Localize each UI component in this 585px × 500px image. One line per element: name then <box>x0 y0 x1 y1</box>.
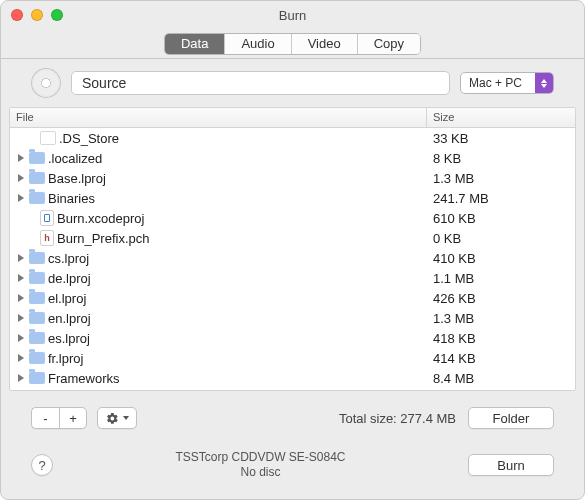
disclosure-triangle-icon[interactable] <box>18 154 24 162</box>
folder-icon <box>29 312 45 324</box>
source-name-input[interactable] <box>71 71 450 95</box>
options-menu-button[interactable] <box>97 407 137 429</box>
disclosure-slot <box>16 194 26 202</box>
folder-icon <box>29 192 45 204</box>
remove-button[interactable]: - <box>31 407 59 429</box>
disclosure-triangle-icon[interactable] <box>18 194 24 202</box>
gear-icon <box>106 412 119 425</box>
table-row[interactable]: .localized8 KB <box>10 148 575 168</box>
disclosure-slot <box>16 354 26 362</box>
burn-footer: ? TSSTcorp CDDVDW SE-S084C No disc Burn <box>31 441 554 489</box>
mode-tabbar: Data Audio Video Copy <box>1 29 584 59</box>
file-size: 414 KB <box>427 351 575 366</box>
file-name: .DS_Store <box>59 131 119 146</box>
table-row[interactable]: hBurn_Prefix.pch0 KB <box>10 228 575 248</box>
table-row[interactable]: fr.lproj414 KB <box>10 348 575 368</box>
folder-button[interactable]: Folder <box>468 407 554 429</box>
table-row[interactable]: de.lproj1.1 MB <box>10 268 575 288</box>
column-file[interactable]: File <box>10 108 427 127</box>
disclosure-slot <box>16 334 26 342</box>
disclosure-slot <box>16 294 26 302</box>
header-file-icon: h <box>40 230 54 246</box>
file-size: 1.1 MB <box>427 271 575 286</box>
tab-video[interactable]: Video <box>292 34 358 54</box>
add-button[interactable]: + <box>59 407 87 429</box>
disclosure-triangle-icon[interactable] <box>18 374 24 382</box>
table-row[interactable]: Burn.xcodeproj610 KB <box>10 208 575 228</box>
source-toolbar: Mac + PC <box>1 59 584 107</box>
compatibility-dropdown[interactable]: Mac + PC <box>460 72 554 94</box>
disclosure-triangle-icon[interactable] <box>18 354 24 362</box>
disclosure-triangle-icon[interactable] <box>18 294 24 302</box>
file-name: Burn_Prefix.pch <box>57 231 150 246</box>
file-size: 8 KB <box>427 151 575 166</box>
folder-icon <box>29 152 45 164</box>
disclosure-triangle-icon[interactable] <box>18 274 24 282</box>
file-size: 418 KB <box>427 331 575 346</box>
titlebar: Burn <box>1 1 584 29</box>
file-name: es.lproj <box>48 331 90 346</box>
close-icon[interactable] <box>11 9 23 21</box>
total-size-label: Total size: 277.4 MB <box>339 411 456 426</box>
disclosure-slot <box>16 154 26 162</box>
folder-icon <box>29 272 45 284</box>
stepper-icon <box>535 73 553 93</box>
disclosure-triangle-icon[interactable] <box>18 174 24 182</box>
tab-audio[interactable]: Audio <box>225 34 291 54</box>
disc-icon <box>31 68 61 98</box>
file-name: Burn.xcodeproj <box>57 211 144 226</box>
compatibility-label: Mac + PC <box>469 76 522 90</box>
folder-icon <box>29 292 45 304</box>
device-name: TSSTcorp CDDVDW SE-S084C <box>53 450 468 465</box>
column-size[interactable]: Size <box>427 108 575 127</box>
file-size: 8.4 MB <box>427 371 575 386</box>
disclosure-triangle-icon[interactable] <box>18 334 24 342</box>
tab-data[interactable]: Data <box>165 34 225 54</box>
file-size: 1.3 MB <box>427 171 575 186</box>
table-row[interactable]: en.lproj1.3 MB <box>10 308 575 328</box>
window-controls <box>11 9 63 21</box>
file-name: cs.lproj <box>48 251 89 266</box>
disclosure-slot <box>16 174 26 182</box>
burn-window: Burn Data Audio Video Copy Mac + PC File… <box>0 0 585 500</box>
table-body: .DS_Store33 KB.localized8 KBBase.lproj1.… <box>10 128 575 388</box>
file-name: Binaries <box>48 191 95 206</box>
tab-copy[interactable]: Copy <box>358 34 420 54</box>
table-row[interactable]: es.lproj418 KB <box>10 328 575 348</box>
file-size: 426 KB <box>427 291 575 306</box>
file-size: 410 KB <box>427 251 575 266</box>
table-row[interactable]: el.lproj426 KB <box>10 288 575 308</box>
table-row[interactable]: Base.lproj1.3 MB <box>10 168 575 188</box>
help-button[interactable]: ? <box>31 454 53 476</box>
disclosure-slot <box>16 374 26 382</box>
file-size: 610 KB <box>427 211 575 226</box>
disclosure-triangle-icon[interactable] <box>18 254 24 262</box>
file-name: Frameworks <box>48 371 120 386</box>
file-name: Base.lproj <box>48 171 106 186</box>
device-status: TSSTcorp CDDVDW SE-S084C No disc <box>53 450 468 480</box>
table-row[interactable]: Binaries241.7 MB <box>10 188 575 208</box>
file-size: 241.7 MB <box>427 191 575 206</box>
folder-icon <box>29 332 45 344</box>
burn-button[interactable]: Burn <box>468 454 554 476</box>
file-name: fr.lproj <box>48 351 83 366</box>
file-name: el.lproj <box>48 291 86 306</box>
table-row[interactable]: .DS_Store33 KB <box>10 128 575 148</box>
minimize-icon[interactable] <box>31 9 43 21</box>
table-row[interactable]: cs.lproj410 KB <box>10 248 575 268</box>
window-title: Burn <box>1 8 584 23</box>
file-name: en.lproj <box>48 311 91 326</box>
disclosure-triangle-icon[interactable] <box>18 314 24 322</box>
device-disc-status: No disc <box>53 465 468 480</box>
zoom-icon[interactable] <box>51 9 63 21</box>
folder-icon <box>29 352 45 364</box>
file-size: 1.3 MB <box>427 311 575 326</box>
table-header: File Size <box>10 108 575 128</box>
mode-segmented-control: Data Audio Video Copy <box>164 33 421 55</box>
table-footer: - + Total size: 277.4 MB Folder <box>31 399 554 437</box>
file-name: de.lproj <box>48 271 91 286</box>
folder-icon <box>29 172 45 184</box>
file-icon <box>40 131 56 145</box>
folder-icon <box>29 252 45 264</box>
table-row[interactable]: Frameworks8.4 MB <box>10 368 575 388</box>
